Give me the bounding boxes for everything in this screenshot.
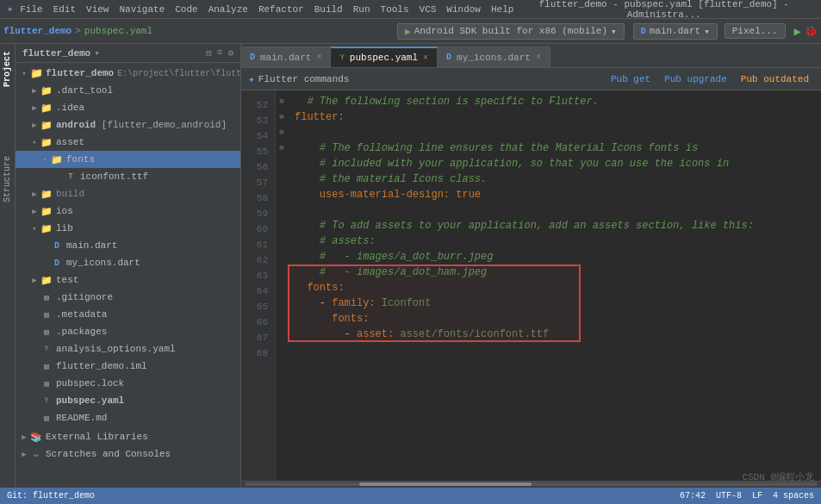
list-item[interactable]: ▤ .metadata — [16, 306, 240, 323]
list-item[interactable]: T iconfont.ttf — [16, 168, 240, 185]
fold-marker-64[interactable]: ⊖ — [276, 109, 288, 125]
menu-run[interactable]: Run — [353, 4, 370, 15]
list-item[interactable]: Y analysis_options.yaml — [16, 340, 240, 358]
list-item[interactable]: ▶ ✏ Scratches and Consoles — [16, 445, 240, 463]
encoding-indicator[interactable]: UTF-8 — [716, 491, 742, 501]
fold-marker-53[interactable]: ⊖ — [276, 94, 288, 109]
scroll-thumb[interactable] — [359, 482, 532, 486]
arrow: ▾ — [29, 223, 40, 233]
menu-refactor[interactable]: Refactor — [258, 4, 304, 15]
scroll-track[interactable] — [245, 482, 818, 486]
item-label: ios — [56, 206, 73, 216]
list-item[interactable]: ▶ 📁 test — [16, 271, 240, 289]
sdk-dropdown-icon[interactable]: ▾ — [611, 26, 617, 37]
pub-get-button[interactable]: Pub get — [606, 72, 656, 86]
run-button[interactable]: ▶ — [794, 24, 801, 39]
tab-pubspec-yaml[interactable]: Y pubspec.yaml × — [331, 47, 438, 67]
bottom-bar-right: 67:42 UTF-8 LF 4 spaces — [680, 491, 814, 501]
item-label: fonts — [66, 154, 95, 165]
list-item[interactable]: ▶ 📁 build — [16, 185, 240, 202]
horizontal-scrollbar[interactable] — [241, 481, 821, 488]
code-editor: 52 53 54 55 56 57 58 59 60 61 62 63 64 6… — [241, 90, 821, 481]
run-label: main.dart — [650, 26, 700, 36]
sdk-selector[interactable]: ▶ Android SDK built for x86 (mobile) ▾ — [397, 23, 625, 40]
arrow: ▶ — [29, 103, 40, 113]
menu-tools[interactable]: Tools — [381, 4, 409, 15]
pub-outdated-button[interactable]: Pub outdated — [736, 72, 814, 86]
tab-close-main[interactable]: × — [316, 53, 321, 62]
file-icon: ▤ — [40, 359, 53, 373]
arrow: ▾ — [40, 154, 50, 165]
dart-file-icon: D — [50, 256, 64, 270]
list-item[interactable]: ▾ 📁 fonts — [16, 151, 240, 168]
item-label: Scratches and Consoles — [46, 449, 171, 459]
arrow: ▶ — [29, 275, 40, 285]
menu-analyze[interactable]: Analyze — [208, 4, 248, 15]
folder-icon: 📁 — [40, 273, 53, 287]
menu-file[interactable]: File — [20, 4, 42, 15]
code-line-63: # - images/a_dot_ham.jpeg — [295, 264, 814, 280]
list-item[interactable]: ▾ 📁 asset — [16, 134, 240, 151]
menu-view[interactable]: View — [86, 4, 109, 15]
main-layout: Project Structure flutter_demo ▾ ⊟ ≡ ⚙ ▾ — [0, 44, 821, 488]
tab-my-icons-dart[interactable]: D my_icons.dart × — [438, 47, 550, 67]
line-separator-indicator[interactable]: LF — [752, 491, 762, 501]
list-item[interactable]: ▤ README.md — [16, 409, 240, 426]
arrow: ▶ — [29, 206, 40, 216]
list-item[interactable]: ▶ 📁 .dart_tool — [16, 82, 240, 99]
list-item[interactable]: D main.dart — [16, 237, 240, 254]
menu-navigate[interactable]: Navigate — [119, 4, 165, 15]
breadcrumb: flutter_demo > pubspec.yaml — [3, 26, 394, 36]
menu-edit[interactable]: Edit — [53, 4, 76, 15]
folder-icon: 📁 — [40, 101, 53, 115]
list-item[interactable]: ▶ 📁 ios — [16, 202, 240, 220]
list-item[interactable]: Y pubspec.yaml — [16, 392, 240, 409]
item-label: pubspec.lock — [56, 378, 124, 389]
code-line-56: # included with your application, so tha… — [295, 156, 814, 171]
menu-window[interactable]: Window — [446, 4, 481, 15]
menu-help[interactable]: Help — [491, 4, 513, 15]
left-tab-bar: Project Structure — [0, 44, 16, 488]
fold-marker-65[interactable]: ⊖ — [276, 125, 288, 140]
list-item[interactable]: ▶ 📁 .idea — [16, 99, 240, 116]
structure-tab[interactable]: Structure — [3, 156, 12, 202]
file-ttf-icon: T — [64, 170, 78, 184]
menu-vcs[interactable]: VCS — [420, 4, 437, 15]
arrow: ▶ — [29, 85, 40, 96]
breadcrumb-sep1: > — [75, 26, 81, 36]
run-selector[interactable]: D main.dart ▾ — [633, 23, 718, 40]
menu-bar[interactable]: File Edit View Navigate Code Analyze Ref… — [20, 4, 513, 15]
menu-code[interactable]: Code — [175, 4, 197, 15]
list-item[interactable]: ▾ 📁 lib — [16, 220, 240, 237]
list-item[interactable]: ▶ 📚 External Libraries — [16, 428, 240, 445]
settings-icon[interactable]: ⚙ — [227, 47, 233, 59]
project-tab[interactable]: Project — [3, 51, 12, 87]
tree-root[interactable]: ▾ 📁 flutter_demo E:\project\flutter\flut… — [16, 65, 240, 82]
fold-marker-67[interactable]: ⊖ — [276, 140, 288, 156]
list-item[interactable]: ▤ .gitignore — [16, 289, 240, 306]
line-col-indicator[interactable]: 67:42 — [680, 491, 706, 501]
debug-button[interactable]: 🐞 — [805, 25, 818, 38]
collapse-icon[interactable]: ⊟ — [206, 47, 212, 59]
list-item[interactable]: D my_icons.dart — [16, 254, 240, 271]
run-dropdown-icon[interactable]: ▾ — [704, 26, 710, 37]
tab-close-icons[interactable]: × — [536, 53, 541, 62]
expand-icon[interactable]: ≡ — [217, 47, 223, 59]
root-path: E:\project\flutter\flutte... — [117, 69, 240, 78]
code-area[interactable]: # The following section is specific to F… — [288, 90, 821, 481]
item-label: android [flutter_demo_android] — [56, 120, 227, 130]
list-item[interactable]: ▤ flutter_demo.iml — [16, 358, 240, 375]
list-item[interactable]: ▤ .packages — [16, 323, 240, 340]
list-item[interactable]: ▶ 📁 android [flutter_demo_android] — [16, 116, 240, 134]
code-line-64: fonts: — [295, 280, 814, 296]
pixel-selector[interactable]: Pixel... — [725, 23, 786, 39]
indent-indicator[interactable]: 4 spaces — [773, 491, 814, 501]
list-item[interactable]: ▤ pubspec.lock — [16, 375, 240, 392]
bottom-bar: Git: flutter_demo 67:42 UTF-8 LF 4 space… — [0, 488, 821, 504]
toolbar: flutter_demo > pubspec.yaml ▶ Android SD… — [0, 19, 821, 44]
tab-close-pubspec[interactable]: × — [423, 53, 428, 63]
menu-build[interactable]: Build — [314, 4, 343, 15]
tab-main-dart[interactable]: D main.dart × — [241, 47, 331, 67]
pub-upgrade-button[interactable]: Pub upgrade — [659, 72, 732, 86]
folder-icon: 📁 — [40, 118, 53, 132]
